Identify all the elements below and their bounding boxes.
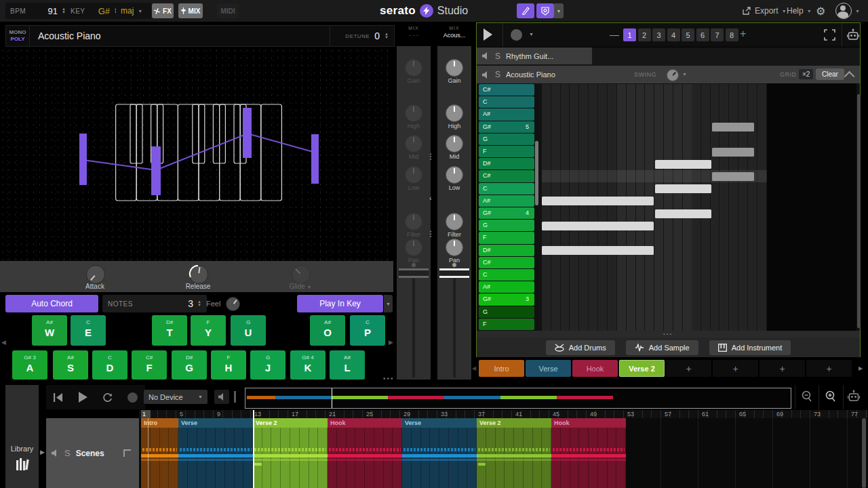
- solo-icon[interactable]: S: [495, 52, 500, 61]
- pad-key-s[interactable]: A#S: [53, 350, 88, 380]
- note-row-label-c[interactable]: C: [479, 183, 534, 195]
- shield-mode-button[interactable]: [536, 3, 554, 18]
- solo-icon[interactable]: S: [495, 70, 500, 79]
- pad-key-y[interactable]: FY: [191, 315, 226, 346]
- pad-key-t[interactable]: D#T: [152, 315, 187, 346]
- note-row-label-f[interactable]: F: [479, 232, 534, 243]
- mixer-knob-gain[interactable]: [405, 59, 422, 77]
- timeline-ruler[interactable]: 1591317212529333741454953576165697377: [139, 410, 868, 418]
- key-control[interactable]: KEY G# ▲▼: [66, 3, 123, 19]
- scene-block-verse-2[interactable]: Verse 2: [253, 418, 328, 488]
- transport-record-button[interactable]: [119, 385, 145, 409]
- attack-knob[interactable]: [86, 265, 105, 284]
- robot-assistant-icon[interactable]: [848, 390, 860, 403]
- notes-count-control[interactable]: NOTES 3 ▲▼: [102, 295, 207, 312]
- pattern-bar-4[interactable]: 4: [667, 28, 680, 41]
- pad-key-u[interactable]: GU: [231, 315, 266, 346]
- skip-to-start-button[interactable]: [46, 385, 71, 409]
- scene-tab-add-4[interactable]: +: [666, 360, 711, 377]
- fx-button[interactable]: FX: [152, 3, 174, 18]
- mute-speaker-icon[interactable]: [482, 71, 490, 79]
- collapse-scenes-icon[interactable]: [123, 449, 131, 457]
- mixer-knob-high[interactable]: [405, 104, 422, 122]
- note-column-scrollbar[interactable]: [535, 141, 538, 205]
- pattern-bar-1[interactable]: 1: [623, 28, 636, 41]
- mixer-knob-mid[interactable]: [405, 135, 422, 152]
- pads-scroll-left-icon[interactable]: ◀: [1, 339, 6, 346]
- scene-tab-add-7[interactable]: +: [806, 360, 852, 377]
- mixer-knob-low[interactable]: [405, 166, 422, 184]
- robot-assistant-icon[interactable]: [847, 28, 859, 41]
- remove-bar-button[interactable]: —: [610, 29, 619, 40]
- note-row-label-cs[interactable]: C#: [479, 257, 534, 268]
- scene-block-verse-2[interactable]: Verse 2: [477, 418, 551, 488]
- midi-note[interactable]: [542, 222, 654, 230]
- scene-block-verse[interactable]: Verse: [178, 418, 253, 488]
- mixer-knob-gain[interactable]: [446, 59, 463, 77]
- mixer-strip-empty[interactable]: MIX- - -GainHighMidLowFilterPan: [397, 22, 431, 380]
- piano-roll-scrollbar[interactable]: [857, 94, 861, 328]
- play-in-key-button[interactable]: Play In Key: [297, 295, 383, 312]
- note-row-label-cs[interactable]: C#: [479, 170, 534, 182]
- midi-note[interactable]: [712, 172, 754, 181]
- expand-library-icon[interactable]: ▶: [40, 449, 45, 455]
- scene-block-hook[interactable]: Hook: [551, 418, 626, 488]
- mono-poly-toggle[interactable]: MONO POLY: [6, 26, 30, 46]
- note-row-label-ds[interactable]: D#: [479, 245, 534, 256]
- pad-key-l[interactable]: A#L: [330, 350, 365, 380]
- scene-tab-add-5[interactable]: +: [713, 360, 758, 377]
- note-row-label-gs5[interactable]: G#5: [479, 121, 534, 133]
- pattern-bar-5[interactable]: 5: [682, 28, 694, 41]
- pattern-bar-3[interactable]: 3: [652, 28, 665, 41]
- scene-tab-verse-2[interactable]: Verse 2: [619, 360, 665, 377]
- mute-speaker-icon[interactable]: [482, 52, 490, 60]
- scene-block-verse[interactable]: Verse: [402, 418, 477, 488]
- swing-knob[interactable]: [667, 69, 679, 81]
- song-overview-bar[interactable]: [245, 388, 791, 409]
- pattern-bar-6[interactable]: 6: [696, 28, 709, 41]
- add-button-add-sample[interactable]: Add Sample: [626, 340, 698, 355]
- scene-tab-verse[interactable]: Verse: [526, 360, 571, 377]
- mixer-knob-filter[interactable]: [405, 213, 422, 230]
- mixer-strip-acoustic-piano[interactable]: MIXAcous...GainHighMidLowFilterPan: [437, 22, 471, 380]
- midi-note[interactable]: [655, 209, 711, 218]
- midi-note[interactable]: [542, 246, 654, 255]
- note-row-label-as[interactable]: A#: [479, 195, 534, 207]
- zoom-in-icon[interactable]: [825, 390, 837, 403]
- account-menu[interactable]: ▼: [835, 0, 860, 22]
- track-row-acoustic-piano[interactable]: S Acoustic Piano SWING ▼ GRID ×2 Clear: [477, 66, 860, 83]
- glide-knob[interactable]: [292, 265, 311, 284]
- add-bar-button[interactable]: +: [740, 28, 746, 40]
- channel-fader[interactable]: [439, 268, 469, 278]
- pad-key-f[interactable]: C#F: [132, 350, 167, 380]
- mixer-collapse-icon[interactable]: ‹: [429, 194, 432, 202]
- library-panel[interactable]: Library: [5, 385, 39, 488]
- zoom-out-icon[interactable]: [801, 390, 813, 403]
- pad-key-w[interactable]: A#W: [32, 315, 67, 346]
- scene-tab-hook[interactable]: Hook: [572, 360, 618, 377]
- detune-stepper[interactable]: ▲▼: [384, 33, 389, 39]
- midi-button[interactable]: MIDI: [217, 3, 239, 18]
- midi-note[interactable]: [712, 123, 754, 131]
- record-button[interactable]: [511, 29, 522, 41]
- scenes-track-header[interactable]: S Scenes: [46, 418, 139, 488]
- note-row-label-c[interactable]: C: [479, 269, 534, 281]
- horizontal-scrollbar[interactable]: •••: [477, 331, 860, 338]
- scenes-scroll-left-icon[interactable]: ◀: [472, 365, 476, 371]
- fullscreen-icon[interactable]: [824, 29, 835, 41]
- scenes-scroll-right-icon[interactable]: ▶: [859, 365, 863, 371]
- pad-key-o[interactable]: A#O: [310, 315, 345, 346]
- pad-key-h[interactable]: FH: [211, 350, 246, 380]
- note-row-label-as[interactable]: A#: [479, 281, 534, 293]
- pad-key-g[interactable]: D#G: [172, 350, 207, 380]
- mute-speaker-icon[interactable]: [52, 449, 59, 457]
- pad-key-j[interactable]: GJ: [250, 350, 285, 380]
- feel-knob[interactable]: [226, 297, 240, 311]
- pattern-bar-7[interactable]: 7: [711, 28, 724, 41]
- clear-button[interactable]: Clear: [816, 68, 844, 80]
- mixer-knob-pan[interactable]: [405, 239, 422, 256]
- note-row-label-ds[interactable]: D#: [479, 158, 534, 169]
- detune-control[interactable]: DETUNE 0 ▲▼: [330, 26, 394, 46]
- mixer-knob-mid[interactable]: [446, 135, 463, 152]
- scene-block-intro[interactable]: Intro: [141, 418, 178, 488]
